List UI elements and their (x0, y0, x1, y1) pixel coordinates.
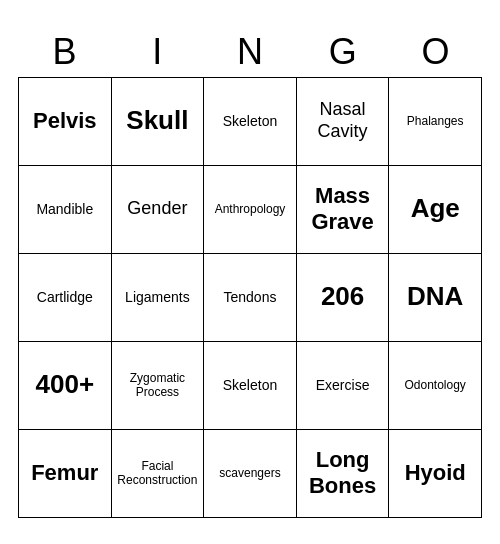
cell-label: Skeleton (223, 377, 277, 394)
cell-label: Gender (127, 198, 187, 220)
cell-r3-c1: ZygomaticProcess (112, 342, 205, 430)
cell-label: scavengers (219, 466, 280, 480)
cell-label: Femur (31, 460, 98, 486)
cell-r2-c1: Ligaments (112, 254, 205, 342)
cell-label: FacialReconstruction (117, 459, 197, 488)
cell-r2-c0: Cartlidge (19, 254, 112, 342)
bingo-header: BINGO (18, 27, 482, 77)
cell-label: Pelvis (33, 108, 97, 134)
cell-label: Skeleton (223, 113, 277, 130)
cell-r1-c4: Age (389, 166, 482, 254)
cell-label: LongBones (309, 447, 376, 500)
cell-label: Anthropology (215, 202, 286, 216)
cell-label: 206 (321, 281, 364, 312)
cell-r1-c2: Anthropology (204, 166, 297, 254)
cell-label: 400+ (36, 369, 95, 400)
cell-r3-c2: Skeleton (204, 342, 297, 430)
cell-label: Age (411, 193, 460, 224)
cell-r4-c4: Hyoid (389, 430, 482, 518)
header-letter: I (111, 27, 204, 77)
cell-r3-c4: Odontology (389, 342, 482, 430)
bingo-grid: PelvisSkullSkeletonNasalCavityPhalangesM… (18, 77, 482, 518)
cell-label: Cartlidge (37, 289, 93, 306)
cell-r3-c0: 400+ (19, 342, 112, 430)
cell-label: Exercise (316, 377, 370, 394)
cell-r1-c1: Gender (112, 166, 205, 254)
cell-r3-c3: Exercise (297, 342, 390, 430)
header-letter: G (296, 27, 389, 77)
header-letter: O (389, 27, 482, 77)
cell-r2-c2: Tendons (204, 254, 297, 342)
cell-label: Ligaments (125, 289, 190, 306)
cell-r0-c4: Phalanges (389, 78, 482, 166)
cell-r1-c3: MassGrave (297, 166, 390, 254)
cell-r4-c2: scavengers (204, 430, 297, 518)
cell-label: DNA (407, 281, 463, 312)
cell-label: NasalCavity (318, 99, 368, 142)
bingo-card: BINGO PelvisSkullSkeletonNasalCavityPhal… (10, 19, 490, 526)
cell-r2-c4: DNA (389, 254, 482, 342)
cell-r0-c3: NasalCavity (297, 78, 390, 166)
cell-label: Tendons (224, 289, 277, 306)
cell-r0-c2: Skeleton (204, 78, 297, 166)
cell-label: Skull (126, 105, 188, 136)
cell-r4-c1: FacialReconstruction (112, 430, 205, 518)
cell-label: Hyoid (405, 460, 466, 486)
cell-label: MassGrave (311, 183, 373, 236)
cell-r4-c0: Femur (19, 430, 112, 518)
cell-r0-c0: Pelvis (19, 78, 112, 166)
cell-r1-c0: Mandible (19, 166, 112, 254)
header-letter: B (18, 27, 111, 77)
cell-r4-c3: LongBones (297, 430, 390, 518)
cell-label: ZygomaticProcess (130, 371, 185, 400)
cell-label: Phalanges (407, 114, 464, 128)
header-letter: N (204, 27, 297, 77)
cell-label: Mandible (36, 201, 93, 218)
cell-r0-c1: Skull (112, 78, 205, 166)
cell-label: Odontology (404, 378, 465, 392)
cell-r2-c3: 206 (297, 254, 390, 342)
